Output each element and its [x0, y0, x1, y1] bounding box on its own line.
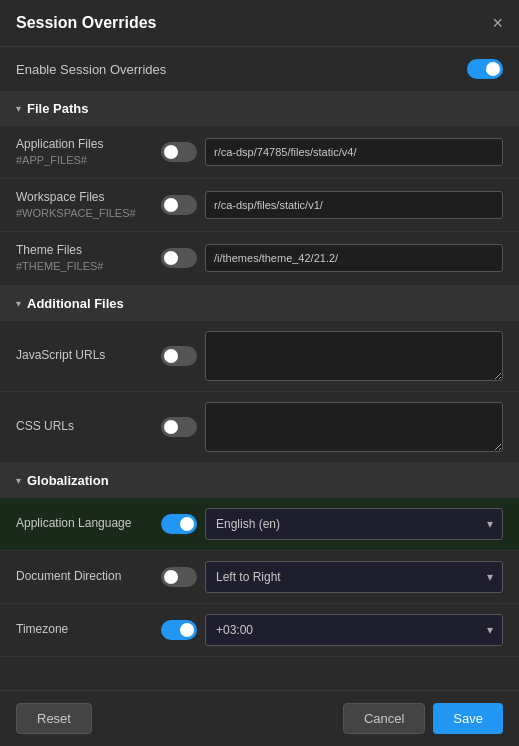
application-language-select[interactable]: English (en)	[205, 508, 503, 540]
application-files-label: Application Files	[16, 136, 161, 153]
close-button[interactable]: ×	[492, 14, 503, 32]
application-files-row: Application Files #APP_FILES#	[0, 126, 519, 179]
workspace-files-row: Workspace Files #WORKSPACE_FILES#	[0, 179, 519, 232]
theme-files-label: Theme Files	[16, 242, 161, 259]
theme-files-input[interactable]	[205, 244, 503, 272]
enable-session-overrides-label: Enable Session Overrides	[16, 62, 166, 77]
document-direction-select-wrapper: Left to Right	[205, 561, 503, 593]
additional-files-section-label: Additional Files	[27, 296, 124, 311]
modal-title: Session Overrides	[16, 14, 157, 32]
timezone-select[interactable]: +03:00	[205, 614, 503, 646]
application-language-row: Application Language English (en)	[0, 498, 519, 551]
document-direction-toggle[interactable]	[161, 567, 197, 587]
javascript-urls-row: JavaScript URLs	[0, 321, 519, 392]
javascript-urls-input-wrapper	[161, 331, 503, 381]
timezone-label: Timezone	[16, 621, 161, 638]
javascript-urls-toggle[interactable]	[161, 346, 197, 366]
globalization-chevron-icon: ▾	[16, 475, 21, 486]
application-files-toggle[interactable]	[161, 142, 197, 162]
enable-session-overrides-row: Enable Session Overrides	[0, 47, 519, 91]
modal-header: Session Overrides ×	[0, 0, 519, 47]
timezone-row: Timezone +03:00	[0, 604, 519, 657]
javascript-urls-textarea[interactable]	[205, 331, 503, 381]
reset-button[interactable]: Reset	[16, 703, 92, 734]
cancel-button[interactable]: Cancel	[343, 703, 425, 734]
css-urls-input-wrapper	[161, 402, 503, 452]
application-language-select-wrapper: English (en)	[205, 508, 503, 540]
javascript-urls-label: JavaScript URLs	[16, 347, 161, 364]
document-direction-label: Document Direction	[16, 568, 161, 585]
document-direction-row: Document Direction Left to Right	[0, 551, 519, 604]
workspace-files-sub: #WORKSPACE_FILES#	[16, 206, 161, 221]
workspace-files-toggle[interactable]	[161, 195, 197, 215]
css-urls-toggle[interactable]	[161, 417, 197, 437]
workspace-files-label: Workspace Files	[16, 189, 161, 206]
theme-files-row: Theme Files #THEME_FILES#	[0, 232, 519, 285]
application-files-input-wrapper	[161, 138, 503, 166]
css-urls-label: CSS URLs	[16, 418, 161, 435]
file-paths-section-label: File Paths	[27, 101, 88, 116]
enable-session-overrides-toggle[interactable]	[467, 59, 503, 79]
application-language-label: Application Language	[16, 515, 161, 532]
session-overrides-modal: Session Overrides × Enable Session Overr…	[0, 0, 519, 746]
timezone-select-wrapper: +03:00	[205, 614, 503, 646]
save-button[interactable]: Save	[433, 703, 503, 734]
application-files-sub: #APP_FILES#	[16, 153, 161, 168]
application-files-input[interactable]	[205, 138, 503, 166]
globalization-section-header[interactable]: ▾ Globalization	[0, 463, 519, 498]
document-direction-input-wrapper: Left to Right	[161, 561, 503, 593]
additional-files-section-content: JavaScript URLs CSS URLs	[0, 321, 519, 463]
modal-footer: Reset Cancel Save	[0, 690, 519, 746]
workspace-files-input[interactable]	[205, 191, 503, 219]
modal-body: Enable Session Overrides ▾ File Paths Ap…	[0, 47, 519, 690]
file-paths-chevron-icon: ▾	[16, 103, 21, 114]
globalization-section-content: Application Language English (en)	[0, 498, 519, 657]
globalization-section-label: Globalization	[27, 473, 109, 488]
theme-files-toggle[interactable]	[161, 248, 197, 268]
theme-files-input-wrapper	[161, 244, 503, 272]
footer-right-buttons: Cancel Save	[343, 703, 503, 734]
timezone-toggle[interactable]	[161, 620, 197, 640]
file-paths-section-content: Application Files #APP_FILES# Workspace …	[0, 126, 519, 286]
file-paths-section-header[interactable]: ▾ File Paths	[0, 91, 519, 126]
theme-files-sub: #THEME_FILES#	[16, 259, 161, 274]
application-language-toggle[interactable]	[161, 514, 197, 534]
document-direction-select[interactable]: Left to Right	[205, 561, 503, 593]
application-language-input-wrapper: English (en)	[161, 508, 503, 540]
toggle-slider	[467, 59, 503, 79]
timezone-input-wrapper: +03:00	[161, 614, 503, 646]
additional-files-section-header[interactable]: ▾ Additional Files	[0, 286, 519, 321]
workspace-files-input-wrapper	[161, 191, 503, 219]
additional-files-chevron-icon: ▾	[16, 298, 21, 309]
css-urls-textarea[interactable]	[205, 402, 503, 452]
css-urls-row: CSS URLs	[0, 392, 519, 463]
